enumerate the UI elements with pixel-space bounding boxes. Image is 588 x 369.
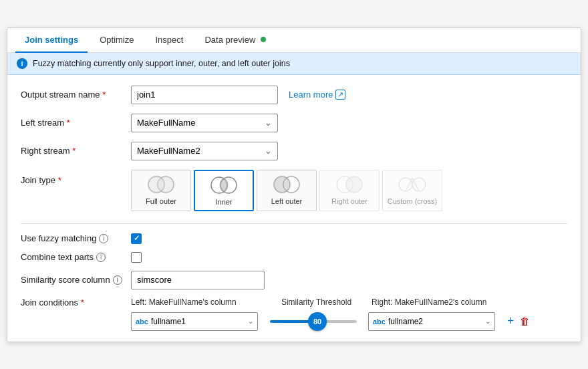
simscore-row: Similarity score column i [21, 271, 567, 289]
chevron-down-icon-2: ⌄ [265, 146, 272, 156]
condition-right-select[interactable]: abc fullname2 ⌄ [368, 312, 495, 331]
svg-line-12 [406, 178, 412, 191]
combine-text-info-icon[interactable]: i [96, 253, 106, 262]
svg-point-9 [346, 176, 362, 193]
inner-icon [209, 175, 239, 195]
right-outer-icon [335, 174, 364, 195]
tab-bar: Join settings Optimize Inspect Data prev… [7, 28, 581, 53]
join-option-left-outer[interactable]: Left outer [257, 170, 317, 211]
main-window: Join settings Optimize Inspect Data prev… [7, 27, 581, 342]
full-outer-icon [146, 174, 176, 195]
left-stream-value: MakeFullName [137, 118, 195, 128]
join-type-options: Full outer Inner [131, 170, 442, 211]
col-header-right: Right: MakeFullName2's column [372, 297, 505, 307]
conditions-header-row: Join conditions * Left: MakeFullName's c… [21, 297, 567, 331]
left-stream-label: Left stream * [21, 118, 131, 128]
slider-thumb[interactable]: 80 [308, 312, 327, 331]
svg-point-10 [399, 178, 412, 191]
join-conditions-section: Join conditions * Left: MakeFullName's c… [21, 297, 567, 331]
condition-right-value: fullname2 [388, 317, 423, 326]
join-option-custom-cross-label: Custom (cross) [388, 197, 438, 205]
custom-cross-icon [398, 174, 427, 195]
combine-text-checkbox[interactable] [131, 252, 142, 263]
condition-left-select[interactable]: abc fullname1 ⌄ [131, 312, 258, 331]
delete-condition-button[interactable]: 🗑 [520, 316, 530, 327]
chevron-down-icon-right: ⌄ [485, 318, 490, 325]
fuzzy-matching-label: Use fuzzy matching i [21, 233, 131, 243]
divider [21, 223, 567, 224]
required-star: * [102, 90, 106, 100]
info-banner-text: Fuzzy matching currently only support in… [33, 59, 290, 68]
col-header-left: Left: MakeFullName's column [131, 297, 261, 307]
similarity-slider[interactable]: 80 [270, 320, 357, 323]
join-type-label: Join type * [21, 170, 131, 185]
join-option-right-outer: Right outer [319, 170, 380, 211]
external-link-icon: ↗ [335, 90, 345, 100]
output-stream-label: Output stream name * [21, 90, 131, 100]
left-stream-row: Left stream * MakeFullName ⌄ [21, 114, 567, 132]
output-stream-row: Output stream name * Learn more ↗ [21, 86, 567, 104]
right-stream-row: Right stream * MakeFullName2 ⌄ [21, 142, 567, 160]
conditions-label: Join conditions * [21, 297, 131, 308]
join-option-custom-cross: Custom (cross) [382, 170, 442, 211]
abc-badge-right: abc [373, 318, 386, 326]
svg-point-3 [158, 176, 174, 193]
output-stream-input[interactable] [131, 86, 278, 104]
chevron-down-icon: ⌄ [265, 118, 272, 128]
simscore-info-icon[interactable]: i [113, 275, 122, 285]
fuzzy-matching-row: Use fuzzy matching i [21, 233, 567, 244]
tab-join-settings[interactable]: Join settings [15, 28, 88, 53]
tab-data-preview[interactable]: Data preview [195, 28, 275, 53]
join-option-left-outer-label: Left outer [271, 197, 302, 205]
right-stream-value: MakeFullName2 [137, 146, 200, 156]
tab-optimize[interactable]: Optimize [90, 28, 143, 53]
fuzzy-matching-checkbox[interactable] [131, 233, 142, 244]
simscore-label: Similarity score column i [21, 275, 131, 285]
combine-text-row: Combine text parts i [21, 252, 567, 263]
join-option-right-outer-label: Right outer [331, 197, 368, 205]
combine-text-label: Combine text parts i [21, 252, 131, 262]
info-icon: i [17, 58, 27, 69]
trash-icon: 🗑 [520, 316, 530, 327]
plus-icon: + [507, 314, 514, 328]
content-area: Output stream name * Learn more ↗ Left s… [7, 75, 581, 342]
join-option-full-outer-label: Full outer [146, 197, 176, 205]
conditions-right: Left: MakeFullName's column Similarity T… [131, 297, 567, 331]
tab-inspect[interactable]: Inspect [146, 28, 192, 53]
simscore-input[interactable] [131, 271, 265, 289]
svg-point-6 [274, 176, 290, 193]
info-banner: i Fuzzy matching currently only support … [7, 53, 581, 75]
abc-badge-left: abc [136, 318, 148, 326]
svg-point-11 [412, 178, 426, 191]
add-condition-button[interactable]: + [507, 314, 514, 328]
learn-more-link[interactable]: Learn more ↗ [289, 90, 345, 100]
col-header-mid: Similarity Threshold [261, 297, 372, 307]
action-icons: + 🗑 [507, 314, 530, 328]
join-option-full-outer[interactable]: Full outer [131, 170, 191, 211]
join-option-inner[interactable]: Inner [194, 170, 254, 211]
fuzzy-matching-info-icon[interactable]: i [99, 234, 108, 243]
slider-section: 80 [265, 320, 361, 323]
condition-row: abc fullname1 ⌄ 80 [131, 312, 567, 331]
conditions-col-headers: Left: MakeFullName's column Similarity T… [131, 297, 567, 307]
status-dot [261, 37, 266, 42]
left-outer-icon [272, 174, 301, 195]
left-stream-select[interactable]: MakeFullName ⌄ [131, 114, 278, 132]
condition-left-value: fullname1 [151, 317, 186, 326]
right-stream-select[interactable]: MakeFullName2 ⌄ [131, 142, 278, 160]
right-stream-label: Right stream * [21, 146, 131, 156]
join-type-row: Join type * Full outer [21, 170, 567, 211]
join-option-inner-label: Inner [215, 198, 232, 206]
svg-line-13 [412, 178, 419, 191]
chevron-down-icon-left: ⌄ [248, 318, 253, 325]
